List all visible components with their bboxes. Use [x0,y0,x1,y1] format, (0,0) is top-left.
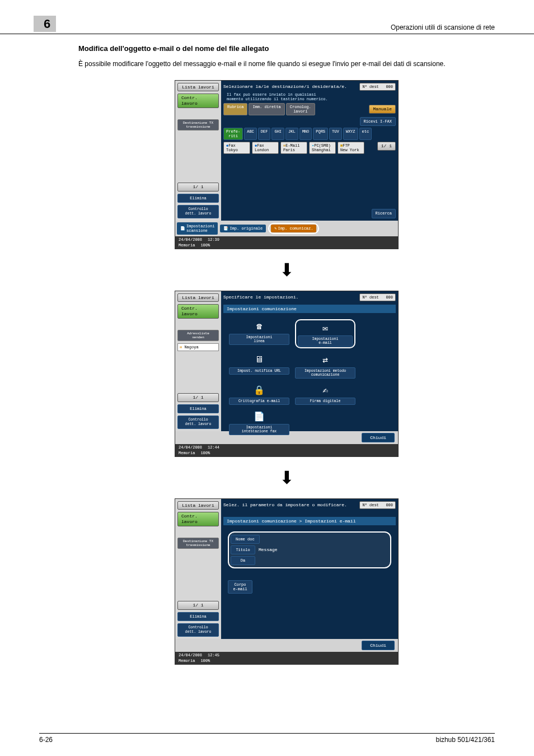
filter-def[interactable]: DEF [258,128,271,140]
dest-newyork[interactable]: ▣FTPNew York [338,142,364,154]
screen-email-settings: Lista lavori Contr. lavoro Destinazione … [175,498,399,665]
status-time: 12:39 [208,237,219,242]
status-pct: 100% [200,451,210,455]
top-message: Selezionare la/le destinazione/i desider… [223,84,347,89]
top-message: Specificare le impostazioni. [223,295,298,300]
elimina-button[interactable]: Elimina [177,612,219,621]
status-date: 24/04/2008 [179,445,202,450]
foot-imp-scansione[interactable]: 📄Impostazioni scansione [177,222,218,235]
status-date: 24/04/2008 [179,653,202,657]
da-button[interactable]: Da [231,556,255,565]
controllo-dett-button[interactable]: Controllo dett. lavoro [177,623,219,637]
dest-tokyo[interactable]: ◆FaxTokyo [223,142,250,154]
filter-pqrs[interactable]: PQRS [313,128,328,140]
dest-london[interactable]: ◆FaxLondon [252,142,279,154]
fax-header-icon: 📄 [254,409,265,424]
controllo-dett-button[interactable]: Controllo dett. lavoro [177,205,219,218]
tab-imm-diretta[interactable]: Imm. diretta [249,103,284,115]
dest-shanghai[interactable]: ▪PC(SMB)Shanghai [309,142,336,154]
arrow-down-icon: ⬇ [279,259,294,281]
elimina-button[interactable]: Elimina [177,404,219,413]
filter-preferiti[interactable]: Prefe- riti [223,128,243,140]
doc-icon: 📑 [223,226,228,231]
contr-lavoro-button[interactable]: Contr. lavoro [177,512,219,526]
chapter-number: 6 [34,16,56,32]
titolo-button[interactable]: Titolo [231,545,255,554]
page-number: 6-26 [39,736,53,744]
url-icon: 🖥 [255,353,264,367]
status-date: 24/04/2008 [179,237,202,242]
filter-abc[interactable]: ABC [244,128,257,140]
nome-doc-button[interactable]: Nome doc [231,535,260,544]
arrow-down-icon: ⬇ [279,467,294,488]
scan-icon: 📄 [180,226,185,231]
corpo-email-button[interactable]: Corpo e-mail [228,580,252,594]
pager: 1/ 1 [377,142,396,151]
filter-ghi[interactable]: GHI [271,128,284,140]
email-icon: ✉ [322,321,328,335]
opt-crypto[interactable]: 🔒Crittografia e-mail [229,383,289,405]
status-mem: Memoria [179,659,195,663]
dest-count: Nº dest 000 [359,83,396,91]
header-title: Operazioni utili di scansione di rete [391,24,495,31]
status-time: 12:45 [208,653,219,657]
lock-icon: 🔒 [254,383,265,398]
left-pager: 1/ 1 [177,601,219,610]
dest-tx-label: Destinazione TX trasmissione [177,119,219,130]
status-mem: Memoria [179,243,195,248]
lista-lavori-button[interactable]: Lista lavori [177,501,219,510]
method-icon: ⇄ [322,353,328,367]
ricevi-ifax-button[interactable]: Ricevi I-FAX [360,117,396,126]
filter-mno[interactable]: MNO [299,128,312,140]
nagoya-item[interactable]: ✉ Nagoya [177,343,219,351]
tab-cronolog[interactable]: Cronolog. lavori [286,103,315,115]
comm-icon: ✎ [274,226,277,231]
foot-imp-originale[interactable]: 📑Imp. originale [220,225,266,232]
filter-wxyz[interactable]: WXYZ [343,128,358,140]
filter-etc[interactable]: etc [359,128,372,140]
status-mem: Memoria [179,451,195,455]
left-pager: 1/ 1 [177,183,219,192]
lista-lavori-button[interactable]: Lista lavori [177,293,219,302]
dest-paris[interactable]: ✉E-MailParis [280,142,307,154]
filter-tuv[interactable]: TUV [329,128,342,140]
lista-lavori-button[interactable]: Lista lavori [177,83,219,92]
screen-scan-destination: Lista lavori Contr. lavoro Destinazione … [175,80,399,249]
opt-fax-header[interactable]: 📄Impostazioni intestazione fax [229,409,289,435]
status-pct: 100% [200,659,210,663]
chiudi-button[interactable]: Chiudi [362,433,395,442]
titolo-value: Message [259,547,278,552]
section-body: È possibile modificare l'oggetto del mes… [78,59,495,69]
panel-title: Impostazioni comunicazione > Impostazion… [223,517,396,525]
contr-lavoro-button[interactable]: Contr. lavoro [177,94,219,108]
opt-linea[interactable]: ☎Impostazioni linea [229,319,289,348]
addresslist-label: Adressliste senden [177,330,219,341]
opt-firma[interactable]: ✍Firma digitale [295,383,355,405]
elimina-button[interactable]: Elimina [177,194,219,203]
screen-comm-settings: Lista lavori Contr. lavoro Adressliste s… [175,291,399,457]
panel-title: Impostazioni comunicazione [223,305,396,313]
manuale-button[interactable]: Manuale [369,105,396,114]
opt-metodo[interactable]: ⇄Impostazioni metodo comunicazione [295,353,355,379]
ricerca-button[interactable]: Ricerca [372,209,396,218]
controllo-dett-button[interactable]: Controllo dett. lavoro [177,416,219,429]
dest-count: Nº dest 000 [359,501,396,509]
foot-imp-comunicaz[interactable]: ✎Imp. comunicaz. [271,225,316,232]
chiudi-button[interactable]: Chiudi [362,641,395,650]
filter-jkl[interactable]: JKL [285,128,298,140]
hint-text: Il fax può essere inviato in qualsiasi m… [223,92,396,101]
opt-email[interactable]: ✉Impostazioni e-mail [295,319,355,348]
status-pct: 100% [200,243,210,248]
dest-count: Nº dest 000 [359,293,396,301]
filter-key-row: Prefe- riti ABC DEF GHI JKL MNO PQRS TUV… [223,128,396,140]
status-time: 12:44 [208,445,219,450]
section-title: Modifica dell'oggetto e-mail o del nome … [78,44,495,53]
product-name: bizhub 501/421/361 [436,736,495,744]
contr-lavoro-button[interactable]: Contr. lavoro [177,304,219,318]
dest-tx-label: Destinazione TX trasmissione [177,538,219,549]
top-message: Selez. il parametro da impostare o modif… [223,502,347,507]
opt-url[interactable]: 🖥Impost. notifica URL [229,353,289,379]
signature-icon: ✍ [322,383,328,398]
tab-rubrica[interactable]: Rubrica [223,103,247,115]
phone-line-icon: ☎ [256,319,262,334]
